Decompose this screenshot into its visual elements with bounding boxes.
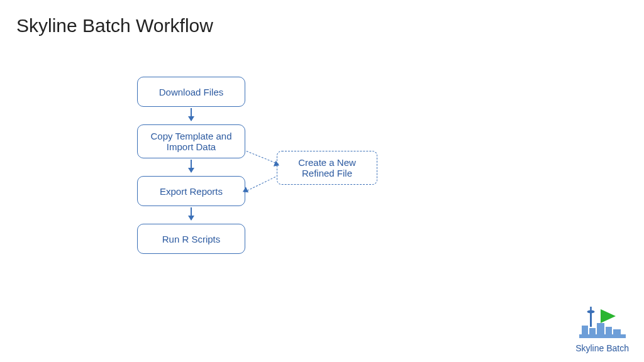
arrow-copy-to-export — [191, 160, 192, 172]
box-refined-file: Create a New Refined File — [277, 151, 377, 185]
svg-marker-9 — [601, 309, 616, 323]
arrow-download-to-copy — [191, 108, 192, 121]
page-title: Skyline Batch Workflow — [16, 15, 213, 36]
svg-rect-3 — [606, 327, 612, 336]
box-export-reports: Export Reports — [137, 176, 245, 206]
box-label: Run R Scripts — [162, 234, 221, 244]
svg-rect-0 — [582, 326, 588, 336]
box-label: Export Reports — [160, 186, 223, 197]
svg-rect-8 — [590, 307, 592, 310]
dashed-arrow-copy-to-refined — [247, 151, 279, 165]
logo-label: Skyline Batch — [575, 343, 629, 353]
logo: Skyline Batch — [575, 307, 629, 353]
box-label: Copy Template and Import Data — [142, 131, 241, 152]
box-run-r-scripts: Run R Scripts — [137, 224, 245, 254]
box-label: Download Files — [159, 87, 224, 97]
dashed-arrow-refined-to-export — [244, 177, 275, 192]
box-download-files: Download Files — [137, 77, 245, 107]
svg-rect-5 — [579, 334, 626, 338]
box-label: Create a New Refined File — [281, 157, 373, 178]
arrow-export-to-run — [191, 207, 192, 220]
svg-point-7 — [587, 310, 594, 314]
svg-rect-2 — [597, 323, 604, 336]
box-copy-template: Copy Template and Import Data — [137, 124, 245, 158]
skyline-batch-logo-icon — [579, 307, 626, 339]
